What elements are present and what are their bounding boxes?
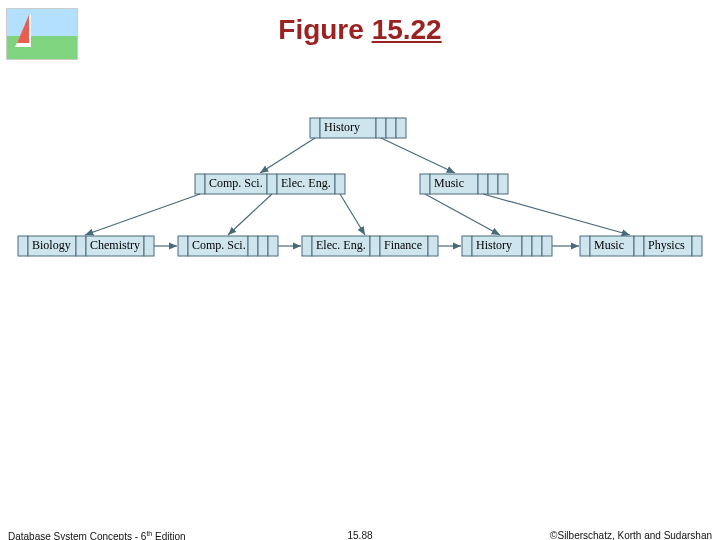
svg-rect-3 (386, 118, 396, 138)
svg-rect-39 (692, 236, 702, 256)
svg-rect-9 (335, 174, 345, 194)
leaf-5-key2: Physics (648, 238, 685, 252)
svg-rect-10 (420, 174, 430, 194)
svg-rect-13 (488, 174, 498, 194)
leaf-node-4: History (462, 236, 552, 256)
leaf-node-5: Music Physics (580, 236, 702, 256)
svg-rect-20 (178, 236, 188, 256)
leaf-3-key1: Elec. Eng. (316, 238, 366, 252)
svg-rect-32 (522, 236, 532, 256)
leaf-5-key1: Music (594, 238, 624, 252)
internal-left-key1: Comp. Sci. (209, 176, 263, 190)
leaf-2-key1: Comp. Sci. (192, 238, 246, 252)
btree-diagram: History Comp. Sci. Elec. Eng. Music Biol… (0, 110, 720, 290)
svg-rect-34 (542, 236, 552, 256)
title-prefix: Figure (278, 14, 371, 45)
arrow-il-leaf2 (228, 194, 272, 235)
svg-rect-37 (634, 236, 644, 256)
svg-rect-5 (195, 174, 205, 194)
svg-rect-7 (267, 174, 277, 194)
internal-right-key1: Music (434, 176, 464, 190)
arrow-root-right (381, 138, 455, 173)
svg-rect-23 (258, 236, 268, 256)
leaf-node-3: Elec. Eng. Finance (302, 236, 438, 256)
internal-node-left: Comp. Sci. Elec. Eng. (195, 174, 345, 194)
page-title: Figure 15.22 (0, 14, 720, 46)
svg-rect-14 (498, 174, 508, 194)
svg-rect-15 (18, 236, 28, 256)
svg-rect-24 (268, 236, 278, 256)
footer-right: ©Silberschatz, Korth and Sudarshan (550, 530, 712, 540)
leaf-1-key2: Chemistry (90, 238, 140, 252)
root-label: History (324, 120, 360, 134)
svg-rect-0 (310, 118, 320, 138)
arrow-ir-leaf5 (483, 194, 630, 235)
svg-rect-25 (302, 236, 312, 256)
svg-rect-17 (76, 236, 86, 256)
svg-rect-2 (376, 118, 386, 138)
internal-left-key2: Elec. Eng. (281, 176, 331, 190)
arrow-root-left (260, 138, 315, 173)
leaf-node-1: Biology Chemistry (18, 236, 154, 256)
arrow-il-leaf1 (85, 194, 200, 235)
leaf-node-2: Comp. Sci. (178, 236, 278, 256)
svg-rect-22 (248, 236, 258, 256)
arrow-il-leaf3 (340, 194, 365, 235)
internal-node-right: Music (420, 174, 508, 194)
root-node: History (310, 118, 406, 138)
svg-rect-33 (532, 236, 542, 256)
title-number: 15.22 (372, 14, 442, 45)
svg-rect-35 (580, 236, 590, 256)
arrow-ir-leaf4 (425, 194, 500, 235)
svg-rect-12 (478, 174, 488, 194)
svg-rect-29 (428, 236, 438, 256)
leaf-4-key1: History (476, 238, 512, 252)
leaf-1-key1: Biology (32, 238, 71, 252)
svg-rect-4 (396, 118, 406, 138)
svg-rect-19 (144, 236, 154, 256)
leaf-3-key2: Finance (384, 238, 422, 252)
svg-rect-30 (462, 236, 472, 256)
svg-rect-27 (370, 236, 380, 256)
